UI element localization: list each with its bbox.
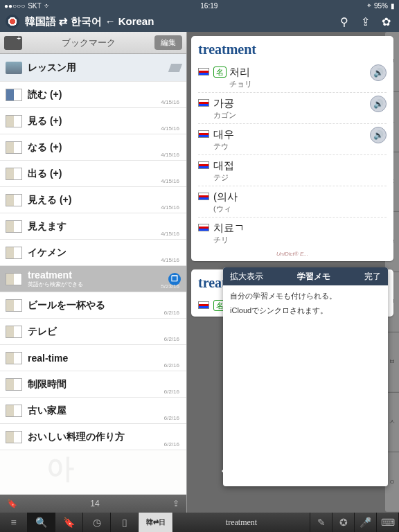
definition-pane: ㄱㄴㄷㄹㅁㅂㅅㅇ treatment 名 처리 チョリ 🔊 가공 カゴン 🔊 대…: [187, 32, 399, 513]
memo-done-button[interactable]: 完了: [357, 271, 388, 283]
bookmark-date: 4/15/16: [161, 178, 179, 184]
memo-line: 自分の学習メモも付けられる。: [230, 291, 381, 301]
bookmark-date: 6/2/16: [164, 415, 179, 421]
gear-icon[interactable]: ✿: [378, 14, 393, 29]
speaker-icon[interactable]: 🔊: [370, 96, 387, 112]
wifi-icon: ᯤ: [44, 2, 51, 10]
share-icon[interactable]: ⇪: [357, 14, 373, 29]
status-bar: ●●○○○ SKT ᯤ 16:19 ⌖ 95% ▮: [0, 0, 399, 11]
bookmark-item[interactable]: 制限時間 6/2/16: [0, 371, 186, 398]
bookmark-item[interactable]: 見えます 4/15/16: [0, 213, 186, 240]
bookmark-item[interactable]: なる (+) 4/15/16: [0, 134, 186, 161]
bookmark-date: 4/15/16: [161, 257, 179, 263]
definition-row: 대우 テウ 🔊: [198, 124, 387, 155]
bookmark-date: 4/15/16: [161, 231, 179, 237]
bookmark-label: テレビ: [28, 326, 57, 338]
search-icon[interactable]: 🔍: [28, 513, 55, 532]
book-icon: [6, 405, 22, 417]
clock: 16:19: [200, 2, 218, 10]
battery-icon: ▮: [391, 2, 395, 10]
bookmark-item[interactable]: 読む (+) 4/15/16: [0, 82, 186, 108]
bookmark-date: 6/2/16: [164, 336, 179, 342]
bookmark-label: ビールを一杯やる: [28, 299, 105, 312]
bookmark-label: レッスン用: [28, 62, 76, 74]
definition-row: (의사 (ウィ: [198, 186, 387, 218]
book-icon: [6, 326, 22, 338]
bookmark-item[interactable]: テレビ 6/2/16: [0, 319, 186, 345]
katakana-text: チョリ: [229, 79, 252, 89]
katakana-text: チリ: [213, 235, 245, 245]
mic-icon[interactable]: 🎤: [355, 513, 377, 532]
book-icon: [6, 220, 22, 233]
katakana-text: カゴン: [213, 110, 236, 121]
signal-dots-icon: ●●○○○: [4, 2, 25, 10]
bookmark-label: 読む (+): [28, 89, 62, 101]
bookmark-footer: 🔖 14 ⇪: [0, 495, 186, 513]
bookmark-icon[interactable]: 🔖: [55, 513, 83, 532]
edit-button[interactable]: 編集: [154, 35, 182, 50]
flag-kr-icon: [198, 130, 209, 138]
bookmark-item[interactable]: イケメン 4/15/16: [0, 240, 186, 266]
pin-icon[interactable]: ⚲: [337, 14, 352, 29]
book-icon: [6, 247, 22, 259]
bookmark-item[interactable]: おいしい料理の作り方 6/2/16: [0, 424, 186, 450]
definition-row: 치료ㄱ チリ: [198, 218, 387, 248]
bookmark-date: 4/15/16: [161, 99, 179, 105]
bookmark-date: 4/15/16: [161, 204, 179, 211]
flag-kr-icon: [198, 301, 209, 309]
memo-expand-button[interactable]: 拡大表示: [223, 271, 270, 283]
speaker-icon[interactable]: 🔊: [370, 64, 387, 81]
bookmark-label: 古い家屋: [28, 405, 66, 417]
bookmark-date: 6/2/16: [164, 441, 179, 447]
bookmark-label: 見える (+): [28, 194, 71, 206]
bookmark-item[interactable]: 出る (+) 4/15/16: [0, 161, 186, 187]
bookmark-label: おいしい料理の作り方: [28, 431, 125, 443]
korean-text: 대우: [213, 128, 234, 141]
katakana-text: (ウィ: [213, 204, 238, 214]
korean-text: 가공: [213, 97, 236, 110]
badge-icon[interactable]: ✪: [332, 513, 355, 532]
eraser-icon[interactable]: [168, 64, 182, 72]
speaker-icon[interactable]: 🔊: [370, 127, 387, 143]
bookmark-item[interactable]: 見る (+) 4/15/16: [0, 108, 186, 134]
header-title: 韓国語 ⇄ 한국어 ← Korean: [25, 15, 331, 28]
flag-kr-icon: [198, 99, 209, 107]
pos-badge: 名: [213, 66, 227, 78]
korean-text: 대접: [213, 159, 234, 172]
bookmark-item[interactable]: 古い家屋 6/2/16: [0, 398, 186, 424]
korean-text: (의사: [213, 190, 238, 204]
book-icon: [6, 62, 22, 74]
bookmark-list: ㅏㅗ=아 ㅏㅗ=아 レッスン用 読む (+) 4/15/16 見る (+) 4/…: [0, 54, 186, 495]
bookmark-item[interactable]: real-time 6/2/16: [0, 345, 186, 371]
note-icon[interactable]: ✎: [310, 513, 332, 532]
app-logo-icon: [6, 15, 19, 28]
bookmark-item[interactable]: 見える (+) 4/15/16: [0, 187, 186, 213]
bookmark-label: イケメン: [28, 247, 66, 259]
lang-toggle[interactable]: 韓⇄日: [139, 513, 173, 532]
history-icon[interactable]: ◷: [83, 513, 111, 532]
bookmark-item[interactable]: レッスン用: [0, 54, 186, 82]
book-icon: [6, 115, 22, 127]
bookmark-date: 4/15/16: [161, 125, 179, 132]
app-header: 韓国語 ⇄ 한국어 ← Korean ⚲ ⇪ ✿: [0, 11, 399, 32]
book-icon: [6, 141, 22, 154]
flag-kr-icon: [198, 224, 209, 231]
book-icon: [6, 299, 22, 312]
add-folder-button[interactable]: [4, 36, 22, 50]
bookmark-date: 4/15/16: [161, 152, 179, 158]
card-icon[interactable]: ▯: [111, 513, 139, 532]
headword: treatment: [198, 42, 387, 57]
bookmark-item[interactable]: treatment英語から検索ができる ❐ 5/23/16: [0, 266, 186, 292]
keyboard-icon[interactable]: ⌨: [377, 513, 399, 532]
bookmark-date: 5/23/16: [161, 283, 179, 290]
menu-icon[interactable]: ≡: [0, 513, 28, 532]
memo-line: iCloudでシンクロされます。: [230, 305, 381, 316]
memo-textarea[interactable]: 自分の学習メモも付けられる。 iCloudでシンクロされます。: [223, 285, 388, 486]
bookmark-header: ブックマーク 編集: [0, 32, 186, 54]
tag-icon[interactable]: 🔖: [7, 499, 17, 508]
current-word: treatment: [173, 513, 310, 532]
katakana-text: テジ: [213, 172, 234, 183]
bookmark-item[interactable]: ビールを一杯やる 6/2/16: [0, 292, 186, 319]
korean-text: 치료ㄱ: [213, 222, 245, 235]
export-icon[interactable]: ⇪: [172, 499, 179, 508]
